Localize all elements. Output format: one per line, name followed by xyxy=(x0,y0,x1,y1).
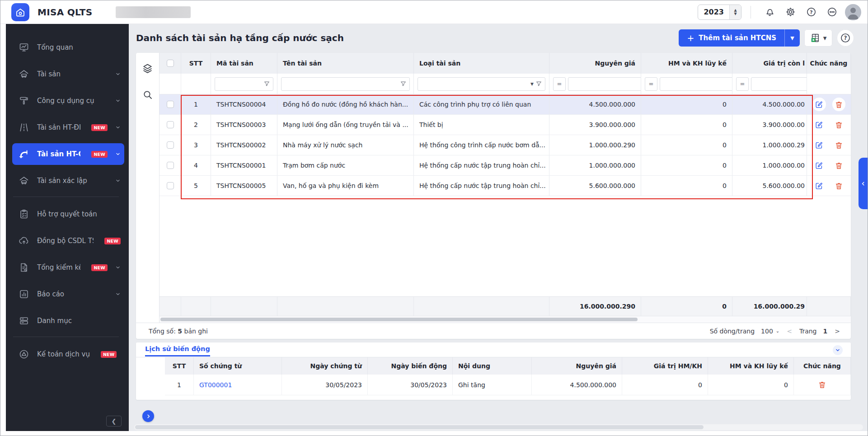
row-checkbox[interactable] xyxy=(167,101,174,108)
svg-text:X: X xyxy=(812,38,815,42)
edit-icon[interactable] xyxy=(812,138,826,152)
history-row[interactable]: 1 GT000001 30/05/2023 30/05/2023 Ghi tăn… xyxy=(165,375,851,395)
edit-icon[interactable] xyxy=(812,98,826,111)
filter-row: ▼ = = xyxy=(160,74,851,94)
report-icon xyxy=(19,289,29,300)
delete-icon[interactable] xyxy=(816,378,829,392)
row-checkbox[interactable] xyxy=(167,141,174,149)
more-options-icon[interactable] xyxy=(821,3,842,21)
table-toolstrip xyxy=(136,53,160,323)
col-header-so-chung-tu: Số chứng từ xyxy=(194,357,282,375)
sidebar-item-tai-san-ht-cns[interactable]: Tài sản HT-CNS NEW xyxy=(12,143,124,165)
total-cost: 16.000.000.290 xyxy=(549,297,641,316)
row-checkbox[interactable] xyxy=(167,182,174,189)
delete-icon[interactable] xyxy=(832,159,846,172)
sidebar-item-ho-tro-quyet-toan[interactable]: Hỗ trợ quyết toán xyxy=(12,203,124,225)
sidebar-item-dong-bo-csdl-tsc[interactable]: Đồng bộ CSDL TSC NEW xyxy=(12,230,124,252)
sidebar-item-tai-san[interactable]: Tài sản xyxy=(12,63,124,85)
col-header-ngay-chung-tu: Ngày chứng từ xyxy=(282,357,368,375)
sidebar-item-danh-muc[interactable]: Danh mục xyxy=(12,310,124,332)
settings-gear-icon[interactable] xyxy=(780,3,801,21)
year-selector[interactable]: 2023 ▲▼ xyxy=(698,5,741,20)
next-page-button[interactable]: > xyxy=(834,328,841,335)
sidebar-item-bao-cao[interactable]: Báo cáo xyxy=(12,283,124,305)
dropdown-caret-icon[interactable]: ▼ xyxy=(530,82,534,86)
window-horizontal-scrollbar[interactable] xyxy=(134,424,863,430)
cell-asset-type: Hệ thống cấp nước tập trung hoàn chỉ... xyxy=(414,176,549,196)
filter-funnel-icon[interactable] xyxy=(400,80,407,87)
sidebar-item-cong-cu-dung-cu[interactable]: Công cụ dụng cụ xyxy=(12,90,124,112)
edit-icon[interactable] xyxy=(812,118,826,131)
row-checkbox[interactable] xyxy=(167,162,174,169)
filter-input-nguyen-gia[interactable] xyxy=(571,80,641,87)
cell-asset-code: TSHTCNS00001 xyxy=(211,155,277,175)
edit-icon[interactable] xyxy=(812,159,826,172)
col-header-hm-kh-luy-ke: HM và KH lũy kế xyxy=(708,357,794,375)
notifications-bell-icon[interactable] xyxy=(759,3,780,21)
export-excel-button[interactable]: X ▼ xyxy=(804,29,832,47)
history-collapse-button[interactable] xyxy=(833,345,843,355)
table-row[interactable]: 4 TSHTCNS00001 Trạm bơm cấp nước Hệ thốn… xyxy=(160,155,851,176)
edit-icon[interactable] xyxy=(812,179,826,192)
filter-select-loai-tai-san[interactable] xyxy=(421,80,529,87)
search-icon[interactable] xyxy=(142,89,153,102)
help-icon[interactable]: ? xyxy=(801,3,821,21)
filter-funnel-icon[interactable] xyxy=(263,80,270,87)
sidebar-item-tong-quan[interactable]: Tổng quan xyxy=(12,37,124,58)
asset-table: STT Mã tài sản Tên tài sản Loại tài sản … xyxy=(160,53,851,323)
redacted-company-name xyxy=(116,6,191,18)
scrollbar-thumb[interactable] xyxy=(160,318,638,321)
filter-input-ma-tai-san[interactable] xyxy=(218,80,262,87)
filter-input-hm-kh[interactable] xyxy=(663,80,732,87)
cell-asset-type: Hệ thống công trình cấp nước bơm dẫ... xyxy=(414,135,549,155)
filter-operator-equals[interactable]: = xyxy=(645,77,657,91)
new-badge: NEW xyxy=(91,151,108,158)
filter-operator-equals[interactable]: = xyxy=(553,77,566,91)
filter-operator-equals[interactable]: = xyxy=(736,77,749,91)
sidebar-item-tai-san-xac-lap[interactable]: Tài sản xác lập xyxy=(12,170,124,192)
table-row[interactable]: 3 TSHTCNS00002 Nhà máy xử lý nước sạch H… xyxy=(160,135,851,155)
cell-asset-name: Nhà máy xử lý nước sạch xyxy=(277,135,414,155)
cell-asset-name: Van, hố ga và phụ kiện đi kèm xyxy=(277,176,414,196)
chevron-down-icon: ⌄ xyxy=(776,328,779,333)
chevron-down-icon xyxy=(115,178,121,183)
expand-toolstrip-button[interactable] xyxy=(142,410,154,422)
filter-funnel-icon[interactable] xyxy=(535,80,542,87)
sidebar-item-tai-san-ht-db[interactable]: Tài sản HT-ĐB NEW xyxy=(12,117,124,138)
prev-page-button[interactable]: < xyxy=(786,328,793,335)
table-row[interactable]: 2 TSHTCNS00003 Mạng lưới ống dẫn (ống tr… xyxy=(160,115,851,135)
page-help-button[interactable]: ? xyxy=(837,29,854,47)
sidebar-item-tong-kiem-ke[interactable]: Tổng kiểm kê NEW xyxy=(12,257,124,278)
cloud-sync-icon xyxy=(19,235,29,246)
scrollbar-thumb[interactable] xyxy=(135,425,704,429)
add-asset-dropdown-caret[interactable]: ▼ xyxy=(784,29,800,47)
tab-lich-su-bien-dong[interactable]: Lịch sử biến động xyxy=(145,345,210,356)
table-row[interactable]: 5 TSHTCNS00005 Van, hố ga và phụ kiện đi… xyxy=(160,176,851,196)
row-checkbox[interactable] xyxy=(167,121,174,128)
cell-asset-type: Hệ thống cấp nước tập trung hoàn chỉ... xyxy=(414,155,549,175)
layers-icon[interactable] xyxy=(142,63,153,76)
delete-icon[interactable] xyxy=(832,118,846,131)
select-all-checkbox[interactable] xyxy=(167,60,174,67)
asset-icon xyxy=(19,69,29,80)
add-asset-button[interactable]: + Thêm tài sản HTCNS ▼ xyxy=(679,29,800,47)
col-header-stt: STT xyxy=(165,357,194,375)
sidebar-collapse-button[interactable]: ❮ xyxy=(106,416,122,427)
delete-icon[interactable] xyxy=(832,98,846,111)
app-logo-icon[interactable] xyxy=(11,3,29,21)
table-horizontal-scrollbar[interactable] xyxy=(160,316,851,323)
total-hm: 0 xyxy=(641,297,732,316)
per-page-select[interactable]: 100 ⌄ xyxy=(761,328,779,335)
user-avatar[interactable] xyxy=(845,4,861,20)
delete-icon[interactable] xyxy=(832,138,846,152)
cell-asset-name: Đồng hồ đo nước (đồng hồ khách hàn... xyxy=(277,94,414,114)
sidebar-item-ke-toan-dich-vu[interactable]: Kế toán dịch vụ NEW xyxy=(12,343,124,365)
delete-icon[interactable] xyxy=(832,179,846,192)
filter-input-gia-tri-con-lai[interactable] xyxy=(754,80,807,87)
year-stepper[interactable]: ▲▼ xyxy=(729,5,741,19)
filter-input-ten-tai-san[interactable] xyxy=(284,80,398,87)
table-row[interactable]: 1 TSHTCNS00004 Đồng hồ đo nước (đồng hồ … xyxy=(160,94,851,115)
right-panel-handle[interactable] xyxy=(859,158,868,209)
col-header-hm-kh-luy-ke: HM và KH lũy kế xyxy=(641,53,732,74)
document-number-link[interactable]: GT000001 xyxy=(199,381,232,389)
